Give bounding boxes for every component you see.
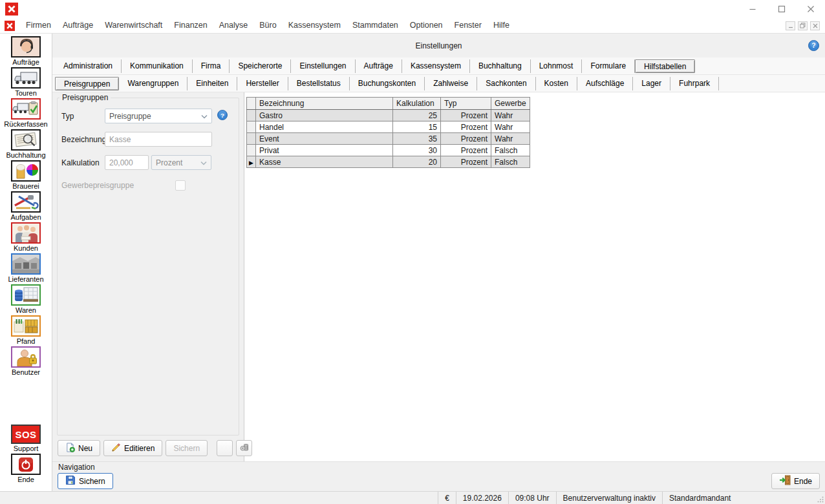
menu-warenwirtschaft[interactable]: Warenwirtschaft	[99, 18, 168, 33]
menu-fenster[interactable]: Fenster	[449, 18, 488, 33]
cell-gewerbe[interactable]: Falsch	[491, 156, 530, 168]
bezeichnung-input[interactable]	[105, 132, 212, 147]
menu-buero[interactable]: Büro	[253, 18, 282, 33]
cell-typ[interactable]: Prozent	[441, 133, 491, 145]
cell-gewerbe[interactable]: Wahr	[491, 133, 530, 145]
row-selector[interactable]	[247, 121, 256, 133]
tab-einstellungen[interactable]: Einstellungen	[291, 59, 355, 73]
tab-hilfstabellen[interactable]: Hilfstabellen	[635, 59, 695, 73]
sidebar-item-auftraege[interactable]: Aufträge	[11, 36, 41, 66]
menu-auftraege[interactable]: Aufträge	[57, 18, 99, 33]
sidebar-item-pfand[interactable]: Pfand	[11, 315, 41, 345]
gewerbepreisgruppe-checkbox[interactable]	[175, 180, 186, 191]
table-row[interactable]: Event 35 Prozent Wahr	[247, 133, 530, 145]
sidebar-item-waren[interactable]: Waren	[11, 284, 41, 314]
sidebar-item-touren[interactable]: Touren	[11, 67, 41, 97]
sidebar-item-rueckerfassen[interactable]: Rückerfassen	[4, 98, 47, 128]
neu-button[interactable]: Neu	[58, 440, 100, 456]
cell-kalkulation[interactable]: 15	[393, 121, 441, 133]
editieren-button[interactable]: Editieren	[103, 440, 162, 456]
row-selector[interactable]	[247, 145, 256, 156]
cell-bezeichnung[interactable]: Privat	[256, 145, 393, 156]
sidebar-item-benutzer[interactable]: Benutzer	[11, 346, 41, 376]
row-selector[interactable]	[247, 133, 256, 145]
preisgruppen-table[interactable]: Bezeichnung Kalkulation Typ Gewerbe Gast…	[246, 97, 530, 168]
typ-help-icon[interactable]: ?	[217, 110, 228, 122]
sidebar-item-aufgaben[interactable]: Aufgaben	[10, 191, 41, 221]
cell-gewerbe[interactable]: Falsch	[491, 145, 530, 156]
mdi-restore-icon[interactable]	[798, 21, 808, 30]
menu-kassensystem[interactable]: Kassensystem	[283, 18, 347, 33]
misc-tool-button[interactable]	[236, 440, 252, 456]
tab-lohnmost[interactable]: Lohnmost	[531, 59, 583, 73]
tab-zahlweise[interactable]: Zahlweise	[425, 77, 477, 90]
col-bezeichnung[interactable]: Bezeichnung	[256, 98, 393, 110]
tab-kosten[interactable]: Kosten	[536, 77, 577, 90]
sidebar-item-ende[interactable]: Ende	[11, 454, 41, 483]
cell-kalkulation[interactable]: 20	[393, 156, 441, 168]
tab-administration[interactable]: Administration	[55, 59, 122, 73]
table-row-current[interactable]: ▶ Kasse 20 Prozent Falsch	[247, 156, 530, 168]
cell-bezeichnung[interactable]: Kasse	[256, 156, 393, 168]
maximize-icon[interactable]	[767, 0, 796, 18]
cell-bezeichnung[interactable]: Event	[256, 133, 393, 145]
tab-hersteller[interactable]: Hersteller	[237, 77, 288, 90]
kalkulation-unit-select[interactable]: Prozent	[151, 155, 211, 170]
kalkulation-input[interactable]	[105, 155, 149, 170]
tab-firma[interactable]: Firma	[193, 59, 230, 73]
resize-grip[interactable]	[816, 492, 825, 504]
menu-hilfe[interactable]: Hilfe	[488, 18, 515, 33]
tab-lager[interactable]: Lager	[633, 77, 670, 90]
row-selector[interactable]	[247, 110, 256, 121]
sidebar-item-buchhaltung[interactable]: Buchhaltung	[6, 129, 45, 159]
menu-analyse[interactable]: Analyse	[213, 18, 253, 33]
tab-sachkonten[interactable]: Sachkonten	[477, 77, 535, 90]
cell-gewerbe[interactable]: Wahr	[491, 121, 530, 133]
sidebar-item-support[interactable]: SOS Support	[11, 425, 41, 452]
tab-buchungskonten[interactable]: Buchungskonten	[350, 77, 425, 90]
tab-buchhaltung[interactable]: Buchhaltung	[470, 59, 531, 73]
col-gewerbe[interactable]: Gewerbe	[491, 98, 530, 110]
tab-auftraege[interactable]: Aufträge	[356, 59, 402, 73]
tab-kommunikation[interactable]: Kommunikation	[122, 59, 193, 73]
tab-einheiten[interactable]: Einheiten	[188, 77, 237, 90]
tab-aufschlaege[interactable]: Aufschläge	[577, 77, 633, 90]
cell-bezeichnung[interactable]: Gastro	[256, 110, 393, 121]
cell-typ[interactable]: Prozent	[441, 110, 491, 121]
typ-select[interactable]: Preisgruppe	[105, 109, 212, 123]
cell-kalkulation[interactable]: 30	[393, 145, 441, 156]
col-kalkulation[interactable]: Kalkulation	[393, 98, 441, 110]
tab-preisgruppen[interactable]: Preisgruppen	[55, 77, 119, 90]
cell-typ[interactable]: Prozent	[441, 121, 491, 133]
tab-warengruppen[interactable]: Warengruppen	[119, 77, 188, 90]
tab-fuhrpark[interactable]: Fuhrpark	[670, 77, 719, 90]
menu-firmen[interactable]: Firmen	[20, 18, 57, 33]
cell-kalkulation[interactable]: 35	[393, 133, 441, 145]
menu-stammdaten[interactable]: Stammdaten	[347, 18, 404, 33]
tab-formulare[interactable]: Formulare	[582, 59, 635, 73]
cell-bezeichnung[interactable]: Handel	[256, 121, 393, 133]
sidebar-item-kunden[interactable]: Kunden	[11, 222, 41, 252]
cell-typ[interactable]: Prozent	[441, 156, 491, 168]
tab-kassensystem[interactable]: Kassensystem	[402, 59, 470, 73]
tab-bestellstatus[interactable]: Bestellstatus	[288, 77, 350, 90]
close-icon[interactable]	[796, 0, 825, 18]
blank-button[interactable]	[217, 440, 233, 456]
menu-optionen[interactable]: Optionen	[404, 18, 449, 33]
cell-kalkulation[interactable]: 25	[393, 110, 441, 121]
table-row[interactable]: Privat 30 Prozent Falsch	[247, 145, 530, 156]
navigation-sichern-button[interactable]: Sichern	[58, 473, 113, 489]
help-icon[interactable]: ?	[808, 40, 819, 51]
cell-typ[interactable]: Prozent	[441, 145, 491, 156]
mdi-close-icon[interactable]	[810, 21, 820, 30]
sidebar-item-lieferanten[interactable]: Lieferanten	[8, 253, 43, 283]
table-row[interactable]: Handel 15 Prozent Wahr	[247, 121, 530, 133]
cell-gewerbe[interactable]: Wahr	[491, 110, 530, 121]
row-selector[interactable]: ▶	[247, 156, 256, 168]
col-typ[interactable]: Typ	[441, 98, 491, 110]
sidebar-item-brauerei[interactable]: Brauerei	[11, 160, 41, 190]
mdi-minimize-icon[interactable]	[786, 21, 795, 30]
minimize-icon[interactable]	[738, 0, 767, 18]
menu-finanzen[interactable]: Finanzen	[168, 18, 213, 33]
tab-speicherorte[interactable]: Speicherorte	[230, 59, 291, 73]
